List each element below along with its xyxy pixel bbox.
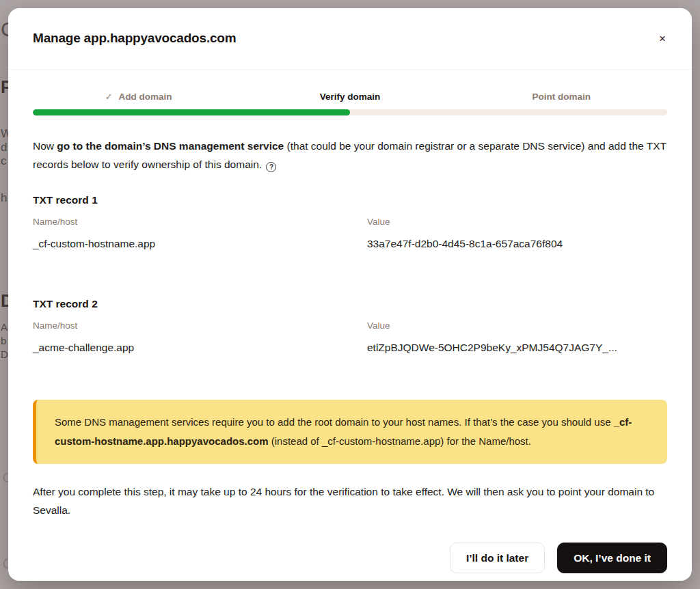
intro-text: Now go to the domain’s DNS management se… <box>33 140 667 170</box>
manage-domain-modal: Manage app.happyavocados.com × ✓ Add dom… <box>8 8 692 581</box>
step-point-domain: Point domain <box>456 92 667 102</box>
dns-root-domain-warning-callout: Some DNS management services require you… <box>33 400 667 464</box>
help-icon[interactable]: ? <box>266 162 276 172</box>
close-button[interactable]: × <box>655 30 670 47</box>
txt-record-1-section: TXT record 1 Name/host Value _cf-custom-… <box>33 194 667 250</box>
background-page-fragment: d <box>1 141 7 153</box>
step-verify-domain: Verify domain <box>244 92 455 102</box>
background-page-fragment: A <box>1 322 8 332</box>
background-page-fragment: b <box>1 335 6 346</box>
value-label: Value <box>367 320 667 331</box>
name-host-label: Name/host <box>33 320 367 331</box>
step-label: Add domain <box>119 92 172 102</box>
modal-body: ✓ Add domain Verify domain Point domain … <box>8 70 692 543</box>
outro-paragraph: After you complete this step, it may tak… <box>33 482 667 519</box>
record-values-row: _cf-custom-hostname.app 33a7e47f-d2b0-4d… <box>33 238 667 250</box>
progress-bar-track <box>33 109 667 115</box>
close-icon: × <box>659 32 666 45</box>
check-icon: ✓ <box>105 92 113 102</box>
step-add-domain: ✓ Add domain <box>33 92 244 102</box>
background-page-fragment: h <box>1 192 7 204</box>
intro-paragraph: Now go to the domain’s DNS management se… <box>33 137 667 174</box>
record-values-row: _acme-challenge.app etlZpBJQDWe-5OHC2P9b… <box>33 342 667 354</box>
value-label: Value <box>367 217 667 227</box>
step-labels: ✓ Add domain Verify domain Point domain <box>33 92 667 102</box>
modal-header: Manage app.happyavocados.com × <box>8 8 692 47</box>
ill-do-it-later-button[interactable]: I’ll do it later <box>450 543 545 573</box>
ok-ive-done-it-button[interactable]: OK, I’ve done it <box>557 543 667 573</box>
record-1-value: 33a7e47f-d2b0-4d45-8c1a-657aca76f804 <box>367 238 667 250</box>
modal-title: Manage app.happyavocados.com <box>33 31 236 46</box>
record-column-headers: Name/host Value <box>33 217 667 227</box>
record-2-name-host-value: _acme-challenge.app <box>33 342 367 354</box>
stepper: ✓ Add domain Verify domain Point domain <box>33 92 667 115</box>
step-label: Verify domain <box>320 92 381 102</box>
background-page-fragment: c <box>1 155 7 167</box>
step-label: Point domain <box>533 92 591 102</box>
txt-record-1-title: TXT record 1 <box>33 194 667 206</box>
progress-bar-fill <box>33 109 350 115</box>
txt-record-2-title: TXT record 2 <box>33 298 667 310</box>
record-1-name-host-value: _cf-custom-hostname.app <box>33 238 367 250</box>
modal-footer: I’ll do it later OK, I’ve done it <box>8 543 692 581</box>
txt-record-2-section: TXT record 2 Name/host Value _acme-chall… <box>33 298 667 354</box>
name-host-label: Name/host <box>33 217 367 227</box>
callout-text: Some DNS management services require you… <box>55 416 632 447</box>
record-2-value: etlZpBJQDWe-5OHC2P9beKy_xPMJ54Q7JAG7Y_..… <box>367 342 667 354</box>
background-page-fragment: D <box>1 349 8 359</box>
record-column-headers: Name/host Value <box>33 320 667 331</box>
